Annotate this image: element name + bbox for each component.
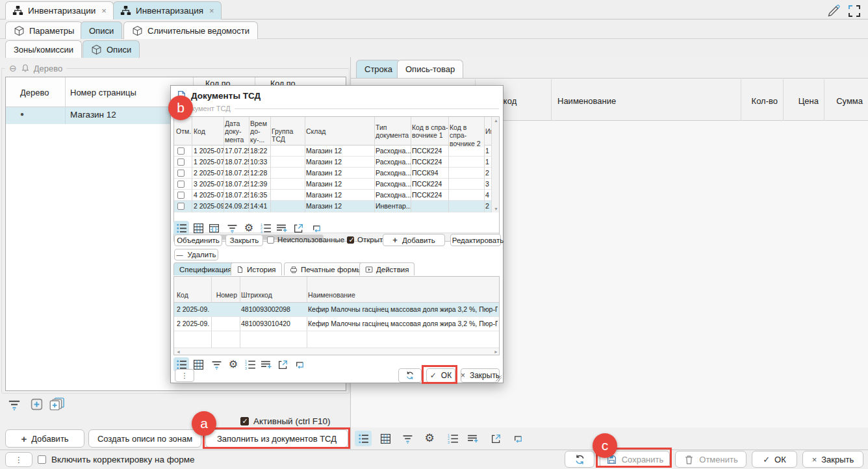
col-sum[interactable]: Сумма bbox=[824, 96, 863, 106]
table-row[interactable]: 1 2025-07...18.07.2510:33Магазин 12Расхо… bbox=[174, 157, 499, 168]
add-row-icon[interactable] bbox=[258, 357, 274, 372]
col-group[interactable]: Группа ТСД bbox=[272, 127, 305, 144]
delete-doc-button[interactable]: —Удалить bbox=[174, 249, 218, 260]
col-mark[interactable]: Отм. bbox=[176, 127, 192, 135]
col-time[interactable]: Врем до- ку-... bbox=[250, 120, 270, 144]
col-ref1[interactable]: Код в спра- вочнике 1 bbox=[412, 123, 448, 140]
tab-opis-tovar[interactable]: Опись-товар bbox=[397, 60, 463, 78]
numbered-list-icon[interactable]: 123 bbox=[444, 431, 461, 446]
open-checkbox[interactable] bbox=[347, 236, 354, 244]
add-doc-button[interactable]: +Добавить bbox=[383, 234, 445, 246]
col-num[interactable]: Номер bbox=[212, 291, 237, 299]
tab-comparison-sheets[interactable]: Сличительные ведомости bbox=[123, 21, 258, 39]
active-checkbox[interactable] bbox=[240, 417, 249, 425]
row-checkbox[interactable] bbox=[177, 192, 185, 199]
unused-checkbox[interactable] bbox=[267, 236, 274, 244]
open-external-icon[interactable] bbox=[275, 357, 290, 372]
window-tab-inventory[interactable]: Инвентаризация × bbox=[113, 1, 222, 19]
tab-zones-commissions[interactable]: Зоны/комиссии bbox=[5, 40, 82, 58]
grid-view-icon[interactable] bbox=[377, 431, 394, 446]
tab-actions[interactable]: Действия bbox=[359, 262, 415, 275]
row-checkbox[interactable] bbox=[177, 158, 185, 166]
row-checkbox[interactable] bbox=[177, 203, 185, 210]
filter-icon[interactable] bbox=[8, 398, 21, 414]
table-row[interactable]: 3 2025-07...18.07.2512:39Магазин 12Расхо… bbox=[174, 179, 499, 190]
horizontal-scrollbar[interactable]: ◄► bbox=[174, 348, 500, 355]
column-settings-icon[interactable] bbox=[206, 221, 222, 235]
tab-stroka[interactable]: Строка bbox=[356, 60, 401, 78]
loop-icon[interactable] bbox=[292, 357, 307, 372]
filter-icon[interactable] bbox=[209, 357, 224, 372]
col-name[interactable]: Наименование bbox=[557, 96, 616, 106]
edit-form-button[interactable] bbox=[826, 4, 841, 21]
col-date[interactable]: Дата доку- мента bbox=[225, 120, 249, 144]
gear-icon[interactable]: ⚙ bbox=[241, 220, 257, 234]
tab-lists[interactable]: Описи bbox=[83, 40, 140, 58]
filter-icon[interactable] bbox=[224, 221, 240, 235]
loop-icon[interactable] bbox=[309, 221, 324, 235]
dialog-close-button[interactable]: × Закрыть bbox=[461, 368, 500, 383]
add-row-icon[interactable] bbox=[464, 431, 481, 446]
resize-grip[interactable] bbox=[496, 375, 502, 381]
create-lists-by-zones-button[interactable]: Создать описи по зонам bbox=[88, 429, 201, 448]
bell-icon[interactable] bbox=[21, 64, 30, 73]
edit-doc-button[interactable]: Редактировать bbox=[450, 234, 501, 246]
gear-icon[interactable]: ⚙ bbox=[421, 430, 438, 446]
table-row-selected[interactable]: 2 2025-09...24.09.2514:41Магазин 12Инвен… bbox=[174, 201, 499, 212]
table-row-selected[interactable]: 2 2025-09... 4810093002098 Кефир Малочны… bbox=[174, 303, 499, 317]
col-ref2[interactable]: Код в спра- вочнике 2 bbox=[450, 123, 485, 147]
add-item-icon[interactable] bbox=[30, 398, 44, 414]
refresh-button[interactable] bbox=[398, 368, 422, 383]
table-row[interactable]: 1 2025-07...17.07.2518:22Магазин 12Расхо… bbox=[174, 146, 499, 157]
collapse-icon[interactable]: ⊖ bbox=[9, 63, 17, 73]
open-external-icon[interactable] bbox=[290, 221, 306, 235]
ok-button[interactable]: ✓ ОК bbox=[752, 451, 797, 468]
fullscreen-button[interactable] bbox=[848, 5, 861, 20]
open-external-icon[interactable] bbox=[487, 431, 504, 446]
col-tree[interactable]: Дерево bbox=[20, 88, 49, 97]
col-qty[interactable]: Кол-во bbox=[741, 96, 778, 106]
row-checkbox[interactable] bbox=[177, 147, 185, 155]
list-view-icon[interactable] bbox=[355, 431, 372, 446]
close-icon[interactable]: × bbox=[209, 6, 214, 16]
col-page-number[interactable]: Номер страницы bbox=[70, 88, 136, 97]
col-code[interactable]: Код bbox=[194, 127, 222, 135]
numbered-list-icon[interactable]: 123 bbox=[258, 221, 274, 235]
tab-history[interactable]: История bbox=[231, 262, 282, 275]
add-button[interactable]: + Добавить bbox=[5, 429, 84, 448]
close-button[interactable]: × Закрыть bbox=[802, 451, 863, 468]
col-doctype[interactable]: Тип документа bbox=[376, 123, 411, 140]
merge-button[interactable]: Объединить bbox=[174, 234, 222, 246]
numbered-list-icon[interactable]: 123 bbox=[242, 357, 258, 372]
close-icon[interactable]: × bbox=[101, 6, 107, 16]
col-barcode[interactable]: Штрихкод bbox=[241, 291, 305, 299]
row-checkbox[interactable] bbox=[177, 170, 185, 177]
col-price[interactable]: Цена bbox=[783, 96, 819, 106]
vertical-scrollbar[interactable]: ▲▼ bbox=[491, 117, 499, 212]
row-checkbox[interactable] bbox=[177, 181, 185, 188]
col-name[interactable]: Наименование bbox=[308, 291, 496, 299]
filter-icon[interactable] bbox=[399, 431, 416, 446]
list-view-icon[interactable] bbox=[173, 221, 189, 235]
tab-print-forms[interactable]: Печатные формы bbox=[284, 262, 368, 275]
window-tab-inventories[interactable]: Инвентаризации × bbox=[5, 1, 114, 19]
close-doc-button[interactable]: Закрыть bbox=[225, 234, 263, 246]
tab-specification[interactable]: Спецификация bbox=[173, 262, 238, 275]
table-row[interactable]: 2 2025-09... 4810093010420 Кефир Малочны… bbox=[174, 317, 499, 331]
more-options-button[interactable]: ⋮ bbox=[175, 369, 194, 382]
tab-parameters[interactable]: Параметры bbox=[5, 21, 83, 39]
grid-view-icon[interactable] bbox=[190, 221, 206, 235]
cancel-button[interactable]: Отменить bbox=[675, 451, 747, 468]
correction-checkbox[interactable] bbox=[38, 455, 46, 464]
more-options-button[interactable]: ⋮ bbox=[5, 452, 32, 467]
loop-icon[interactable] bbox=[509, 431, 526, 446]
col-store[interactable]: Склад bbox=[306, 127, 371, 135]
refresh-button[interactable] bbox=[565, 451, 594, 468]
add-row-icon[interactable] bbox=[274, 221, 289, 235]
col-code[interactable]: Код bbox=[177, 291, 209, 299]
tab-inventories-lists[interactable]: Описи bbox=[81, 21, 122, 39]
table-row[interactable]: 4 2025-07...18.07.2516:35Магазин 12Расхо… bbox=[174, 190, 499, 201]
add-multiple-icon[interactable] bbox=[49, 397, 65, 414]
gear-icon[interactable]: ⚙ bbox=[225, 357, 241, 371]
table-row[interactable]: 2 2025-07...18.07.2512:28Магазин 12Расхо… bbox=[174, 168, 499, 179]
